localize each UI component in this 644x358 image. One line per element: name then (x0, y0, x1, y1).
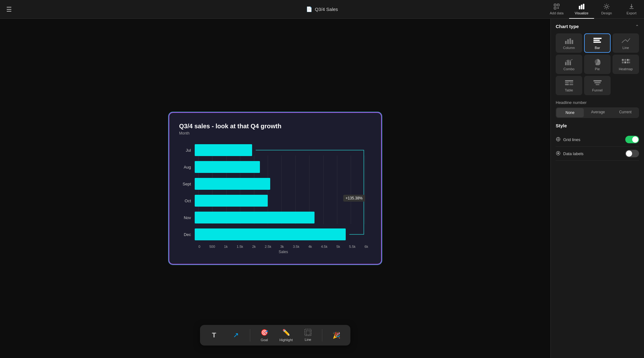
grid-lines-toggle[interactable] (625, 136, 639, 143)
bar-chart: JulAugSeptOctNovDec +135.38% (179, 142, 368, 243)
highlight-icon: ✏️ (282, 329, 290, 336)
chart-bar-row: Nov (179, 209, 368, 226)
svg-rect-31 (593, 80, 602, 81)
goal-icon: 🎯 (261, 329, 268, 336)
arrow-tool-button[interactable]: ↗ (228, 331, 244, 339)
bar-container (195, 161, 368, 173)
page-title: 📄 Q3/4 Sales (306, 6, 338, 12)
bar-container (195, 212, 368, 223)
svg-point-38 (558, 153, 559, 154)
combo-chart-label: Combo (564, 67, 574, 71)
canvas-area[interactable]: Q3/4 sales - look at that Q4 growth Mont… (0, 19, 550, 358)
bar-label: Jul (179, 148, 195, 153)
chart-axis-label-x: Month (179, 131, 368, 135)
line-tool-button[interactable]: ⬚ Line (300, 329, 316, 341)
text-tool-button[interactable]: T (206, 331, 222, 339)
line-chart-icon (621, 37, 631, 44)
chart-type-collapse-button[interactable]: ⌃ (635, 24, 639, 29)
chart-type-line[interactable]: Line (612, 33, 639, 53)
headline-current-button[interactable]: Current (612, 107, 639, 118)
svg-rect-16 (569, 61, 571, 65)
grid-lines-toggle-knob (632, 136, 638, 143)
data-labels-toggle[interactable] (625, 150, 639, 157)
svg-rect-24 (627, 61, 629, 63)
chart-type-heatmap[interactable]: Heatmap (612, 55, 639, 74)
visualize-icon (578, 3, 585, 10)
chart-type-pie[interactable]: Pie (584, 55, 611, 74)
x-axis-label: 3.5k (293, 245, 300, 248)
x-axis-label: 4.5k (321, 245, 328, 248)
x-axis-label: 3k (280, 245, 284, 248)
table-chart-icon (564, 80, 574, 86)
design-icon (603, 3, 610, 10)
export-icon (628, 3, 635, 10)
chart-type-column[interactable]: Column (556, 33, 582, 53)
x-axis-label: 2k (252, 245, 256, 248)
chart-type-bar[interactable]: Bar (584, 33, 611, 53)
bar-container (195, 178, 368, 190)
highlight-tool-button[interactable]: ✏️ Highlight (278, 329, 294, 342)
x-axis-label: 4k (308, 245, 312, 248)
bar-label: Sept (179, 182, 195, 186)
bar-label: Aug (179, 165, 195, 169)
style-section-title: Style (556, 123, 567, 128)
svg-rect-5 (583, 4, 584, 9)
data-labels-label: Data labels (556, 151, 583, 157)
bar-fill (195, 161, 260, 173)
funnel-chart-label: Funnel (592, 88, 603, 92)
grid-lines-label: Grid lines (556, 137, 580, 143)
highlight-label: Highlight (280, 338, 293, 342)
svg-rect-27 (565, 82, 569, 83)
svg-rect-30 (569, 84, 573, 85)
svg-rect-9 (569, 38, 571, 44)
export-label: Export (627, 11, 637, 15)
svg-rect-18 (622, 59, 624, 61)
bar-chart-icon (593, 37, 602, 44)
x-axis-label: 5k (336, 245, 340, 248)
chart-type-funnel[interactable]: Funnel (584, 76, 611, 95)
emoji-tool-button[interactable]: 🎉 (329, 331, 344, 339)
svg-rect-10 (572, 40, 573, 44)
heatmap-chart-icon (621, 58, 631, 65)
x-axis-label: 1.5k (237, 245, 243, 248)
x-axis-label: 500 (209, 245, 215, 248)
goal-label: Goal (261, 338, 268, 342)
svg-rect-13 (593, 42, 601, 43)
pie-chart-label: Pie (595, 67, 600, 71)
svg-rect-28 (569, 82, 573, 83)
svg-rect-4 (581, 5, 582, 9)
svg-rect-0 (554, 4, 556, 6)
heatmap-chart-label: Heatmap (619, 67, 633, 71)
chart-type-combo[interactable]: Combo (556, 55, 582, 74)
chart-type-table[interactable]: Table (556, 76, 582, 95)
grid-lines-row: Grid lines (556, 133, 639, 147)
bar-label: Dec (179, 232, 195, 237)
svg-rect-33 (596, 84, 599, 85)
menu-button[interactable]: ☰ (6, 6, 12, 13)
headline-section-label: Headline number (556, 100, 639, 105)
funnel-chart-icon (593, 80, 602, 86)
goal-tool-button[interactable]: 🎯 Goal (256, 329, 272, 342)
bar-container (195, 195, 368, 207)
svg-rect-8 (567, 39, 569, 44)
svg-rect-21 (629, 59, 630, 61)
svg-rect-1 (557, 4, 559, 6)
bar-chart-label: Bar (595, 46, 600, 50)
nav-export[interactable]: Export (619, 0, 644, 19)
main-layout: Q3/4 sales - look at that Q4 growth Mont… (0, 19, 644, 358)
headline-none-button[interactable]: None (556, 108, 584, 117)
nav-design[interactable]: Design (594, 0, 619, 19)
nav-add-data[interactable]: Add data (544, 0, 569, 19)
line-icon: ⬚ (305, 329, 311, 336)
emoji-icon: 🎉 (333, 331, 340, 339)
doc-icon: 📄 (306, 6, 312, 12)
pie-chart-icon (593, 58, 602, 65)
svg-rect-14 (565, 62, 567, 65)
x-axis-label: 1k (224, 245, 228, 248)
nav-visualize[interactable]: Visualize (569, 0, 594, 19)
bar-label: Oct (179, 199, 195, 203)
headline-average-button[interactable]: Average (584, 107, 612, 118)
bar-container (195, 228, 368, 240)
svg-rect-25 (629, 61, 630, 63)
line-chart-label: Line (622, 46, 629, 50)
